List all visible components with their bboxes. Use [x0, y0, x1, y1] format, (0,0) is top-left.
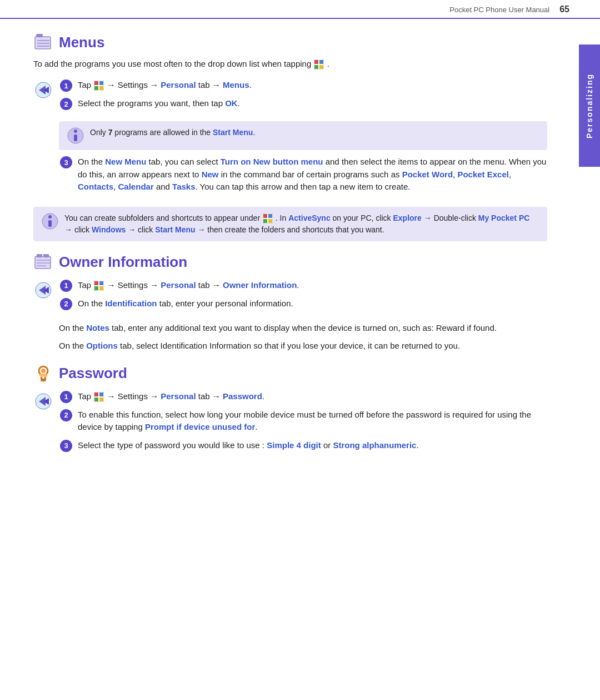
password-step-2-text: To enable this function, select how long…: [78, 409, 547, 434]
header-title: Pocket PC Phone User Manual: [449, 6, 549, 14]
password-step-number-3: 3: [60, 440, 72, 452]
svg-rect-30: [37, 254, 42, 257]
menus-section-heading: Menus: [33, 32, 547, 52]
menus-step-1: 1 Tap → Settings → Personal tab → Menus.: [60, 79, 547, 92]
owner-info-extra-2: On the Options tab, select Identificatio…: [59, 339, 547, 353]
svg-rect-1: [36, 34, 43, 37]
owner-step-number-1: 1: [60, 280, 72, 292]
start-menu-inline-icon: [313, 59, 324, 70]
menus-arrow-icon: [33, 80, 53, 100]
svg-rect-15: [99, 81, 103, 85]
owner-info-icon: [33, 252, 53, 272]
step-number-2: 2: [60, 98, 72, 110]
step-number-1: 1: [60, 80, 72, 92]
password-steps-container: 1 Tap → Settings → Personal tab → Passwo…: [33, 390, 547, 458]
password-section-heading: Password: [33, 364, 547, 384]
menus-step-3: 3 On the New Menu tab, you can select Tu…: [60, 156, 547, 193]
svg-rect-20: [74, 135, 77, 141]
owner-info-step-1-text: Tap → Settings → Personal tab → Owner In…: [78, 279, 299, 292]
svg-rect-8: [314, 65, 318, 69]
svg-rect-41: [94, 286, 98, 290]
menus-step-3-text: On the New Menu tab, you can select Turn…: [78, 156, 547, 193]
password-icon: [33, 364, 53, 384]
svg-rect-6: [314, 60, 318, 64]
menus-note-1: Only 7 programs are allowed in the Start…: [59, 121, 547, 150]
svg-rect-17: [99, 86, 103, 90]
svg-rect-27: [263, 219, 267, 223]
menus-steps-list: 1 Tap → Settings → Personal tab → Menus.: [60, 79, 547, 116]
menus-intro: To add the programs you use most often t…: [33, 59, 547, 70]
owner-info-section-heading: Owner Information: [33, 252, 547, 272]
svg-point-44: [41, 369, 46, 373]
svg-rect-40: [99, 281, 103, 285]
svg-rect-55: [99, 398, 103, 401]
svg-rect-7: [319, 60, 323, 64]
start-menu-inline-icon-2: [262, 213, 273, 224]
menus-note-1-text: Only 7 programs are allowed in the Start…: [90, 127, 255, 138]
menus-step-1-text: Tap → Settings → Personal tab → Menus.: [78, 79, 252, 92]
note-icon-1: [67, 127, 84, 145]
svg-rect-25: [263, 214, 267, 218]
svg-point-19: [74, 130, 77, 133]
step-number-3: 3: [60, 156, 72, 168]
svg-rect-52: [94, 393, 98, 396]
svg-rect-9: [319, 65, 323, 69]
side-tab: Personalizing: [579, 44, 600, 167]
settings-inline-icon-2: [93, 280, 104, 291]
password-step-number-2: 2: [60, 409, 72, 421]
svg-rect-29: [35, 256, 51, 269]
svg-rect-53: [99, 393, 103, 396]
owner-info-arrow-icon: [33, 280, 53, 300]
svg-rect-42: [99, 286, 103, 290]
header-page-number: 65: [559, 4, 569, 14]
password-step-2: 2 To enable this function, select how lo…: [60, 409, 547, 434]
owner-info-step-1: 1 Tap → Settings → Personal tab → Owner …: [60, 279, 547, 292]
menus-heading: Menus: [59, 34, 104, 51]
svg-rect-0: [35, 37, 51, 49]
password-arrow-icon: [33, 391, 53, 411]
menus-note-2-text: You can create subfolders and shortcuts …: [64, 212, 539, 236]
svg-point-22: [48, 215, 52, 219]
svg-rect-39: [94, 281, 98, 285]
password-step-1: 1 Tap → Settings → Personal tab → Passwo…: [60, 390, 547, 403]
password-heading: Password: [59, 365, 127, 382]
svg-rect-16: [94, 86, 98, 90]
password-step-3-text: Select the type of password you would li…: [78, 439, 419, 452]
svg-rect-54: [94, 398, 98, 401]
owner-step-number-2: 2: [60, 298, 72, 310]
password-step-1-text: Tap → Settings → Personal tab → Password…: [78, 390, 264, 403]
main-content: Menus To add the programs you use most o…: [0, 19, 578, 480]
menus-note-2: You can create subfolders and shortcuts …: [33, 207, 547, 241]
owner-info-extra-1: On the Notes tab, enter any additional t…: [59, 321, 547, 335]
menus-icon: [33, 32, 53, 52]
password-steps-list: 1 Tap → Settings → Personal tab → Passwo…: [60, 390, 547, 458]
settings-inline-icon-1: [93, 80, 104, 91]
menus-steps-container: 1 Tap → Settings → Personal tab → Menus.: [33, 79, 547, 116]
menus-step3-container: 3 On the New Menu tab, you can select Tu…: [33, 156, 547, 199]
svg-rect-28: [268, 219, 272, 223]
page-header: Pocket PC Phone User Manual 65: [0, 0, 600, 19]
menus-step3-list: 3 On the New Menu tab, you can select Tu…: [60, 156, 547, 199]
owner-info-steps-container: 1 Tap → Settings → Personal tab → Owner …: [33, 279, 547, 316]
svg-rect-26: [268, 214, 272, 218]
owner-info-step-2: 2 On the Identification tab, enter your …: [60, 297, 547, 310]
owner-info-steps-list: 1 Tap → Settings → Personal tab → Owner …: [60, 279, 547, 316]
owner-info-heading: Owner Information: [59, 254, 187, 271]
password-step-number-1: 1: [60, 391, 72, 403]
owner-info-step-2-text: On the Identification tab, enter your pe…: [78, 297, 293, 310]
svg-rect-31: [43, 254, 49, 257]
menus-step-2: 2 Select the programs you want, then tap…: [60, 97, 547, 110]
note-icon-2: [41, 212, 59, 230]
side-tab-label: Personalizing: [585, 73, 594, 138]
svg-rect-23: [48, 220, 52, 227]
menus-step-2-text: Select the programs you want, then tap O…: [78, 97, 240, 110]
svg-rect-14: [94, 81, 98, 85]
settings-inline-icon-3: [93, 391, 104, 403]
password-step-3: 3 Select the type of password you would …: [60, 439, 547, 452]
svg-point-47: [42, 376, 44, 379]
